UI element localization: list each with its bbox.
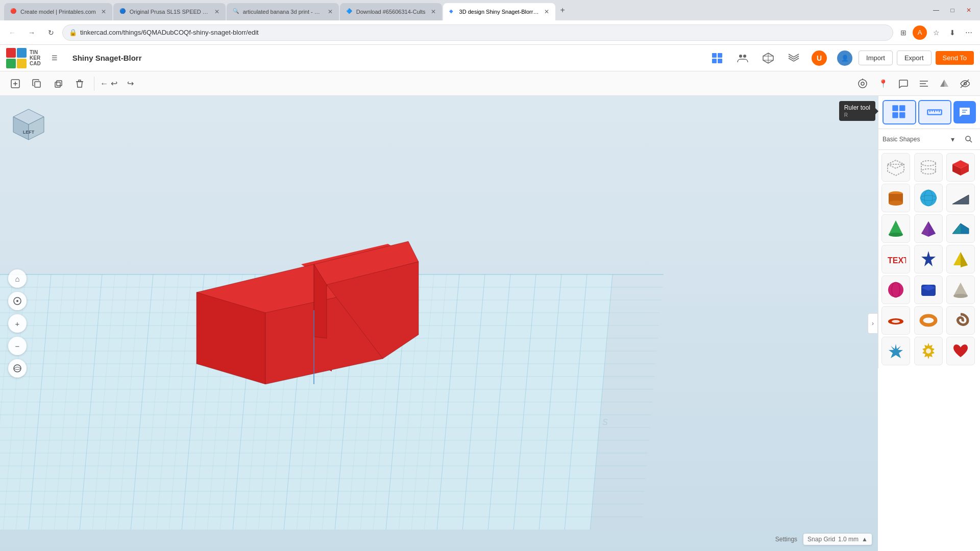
profile-icon[interactable]: A (913, 26, 927, 40)
maximize-button[interactable]: □ (945, 3, 960, 17)
tab-title-2: Original Prusa SL1S SPEED | Orig... (130, 9, 209, 15)
new-tab-button[interactable]: + (556, 4, 569, 17)
chat-icon[interactable] (894, 74, 913, 93)
category-dropdown-button[interactable]: ▾ (945, 132, 960, 146)
zoom-out-button[interactable]: − (8, 337, 27, 355)
svg-rect-115 (899, 105, 905, 111)
zoom-in-button[interactable]: + (8, 314, 27, 333)
shape-star-blue[interactable] (914, 245, 943, 273)
close-button[interactable]: ✕ (962, 3, 976, 17)
downloads-icon[interactable]: ⬇ (945, 26, 960, 40)
snap-grid-value[interactable]: 1.0 mm (838, 536, 859, 543)
browser-tab-3[interactable]: 🔍 articulated banana 3d print - Go... ✕ (227, 3, 339, 20)
browser-tab-2[interactable]: 🔵 Original Prusa SL1S SPEED | Orig... ✕ (113, 3, 226, 20)
shape-hole-cylinder[interactable] (914, 153, 943, 182)
svg-point-157 (888, 282, 903, 297)
shape-sphere-magenta[interactable] (881, 276, 910, 304)
main-area: S (0, 96, 980, 551)
browser-tab-5[interactable]: ◆ 3D design Shiny Snaget-Blorr | T... ✕ (443, 3, 555, 20)
shape-knot-brown[interactable] (946, 306, 975, 335)
new-design-button[interactable] (6, 74, 24, 93)
notes-button[interactable] (953, 101, 976, 123)
shape-torus-orange[interactable] (914, 306, 943, 335)
svg-point-5 (743, 55, 746, 58)
extensions-icon[interactable]: ⊞ (896, 26, 911, 40)
search-shapes-button[interactable] (962, 132, 976, 146)
sidebar-collapse-button[interactable]: › (868, 313, 878, 334)
3d-viewport[interactable]: S (0, 96, 878, 551)
tab-favicon-4: 🔷 (346, 8, 353, 15)
shape-wedge-gray[interactable] (946, 184, 975, 212)
minimize-button[interactable]: — (929, 3, 943, 17)
shape-rounded-box-blue[interactable] (914, 276, 943, 304)
shapes-grid-tool-button[interactable] (883, 100, 916, 124)
tab-close-4[interactable]: ✕ (431, 8, 436, 15)
shape-pyramid-yellow[interactable] (946, 245, 975, 273)
svg-point-14 (859, 80, 867, 88)
address-box[interactable]: 🔒 tinkercad.com/things/6QMADubCOQf-shiny… (62, 24, 893, 41)
shape-cone-green[interactable] (881, 214, 910, 243)
shape-ring-flat[interactable] (881, 306, 910, 335)
shape-heart[interactable] (946, 337, 975, 365)
mirror-icon[interactable] (935, 74, 953, 93)
import-button[interactable]: Import (859, 51, 893, 65)
orbit-button[interactable] (8, 359, 27, 378)
menu-icon[interactable]: ☰ (45, 48, 64, 68)
shape-cylinder[interactable] (881, 184, 910, 212)
layers-icon[interactable] (784, 48, 803, 68)
browser-tab-4[interactable]: 🔷 Download #65606314-Cults ✕ (340, 3, 442, 20)
notes-icon (959, 106, 971, 118)
tab-close-1[interactable]: ✕ (101, 8, 106, 15)
back-button[interactable]: ← (4, 24, 20, 41)
shape-hole-box[interactable] (881, 153, 910, 182)
send-to-button[interactable]: Send To (936, 51, 974, 65)
shape-cone-white[interactable] (946, 276, 975, 304)
delete-button[interactable] (70, 74, 89, 93)
svg-text:TEXT: TEXT (888, 256, 906, 265)
export-button[interactable]: Export (897, 51, 932, 65)
snap-grid-chevron[interactable]: ▲ (862, 536, 868, 543)
shape-sea-star[interactable] (881, 337, 910, 365)
undo-button[interactable]: ← ↩ (100, 74, 118, 93)
shape-pyramid-purple[interactable] (914, 214, 943, 243)
browser-tab-1[interactable]: 🔴 Create model | Printables.com ✕ (4, 3, 112, 20)
svg-marker-149 (921, 221, 928, 237)
logo-text: TINKERCAD (30, 49, 41, 66)
avatar-icon[interactable]: 👤 (835, 48, 854, 68)
hide-icon[interactable] (955, 74, 974, 93)
refresh-button[interactable]: ↻ (43, 24, 59, 41)
shape-sphere[interactable] (914, 184, 943, 212)
view-cube[interactable]: LEFT (8, 104, 49, 145)
settings-dots-icon[interactable]: ⋯ (962, 26, 976, 40)
align-icon[interactable] (915, 74, 933, 93)
duplicate-button[interactable] (49, 74, 67, 93)
collaborate-icon[interactable] (733, 48, 752, 68)
home-view-button[interactable]: ⌂ (8, 269, 27, 288)
tab-close-2[interactable]: ✕ (214, 8, 219, 15)
camera-icon[interactable] (853, 74, 872, 93)
fit-view-button[interactable] (8, 292, 27, 310)
ruler-tool-button[interactable] (918, 100, 952, 124)
shape-text[interactable]: TEXT (881, 245, 910, 273)
tab-favicon-2: 🔵 (119, 8, 127, 15)
bookmark-icon[interactable]: ☆ (929, 26, 943, 40)
redo-button[interactable]: ↪ (121, 74, 139, 93)
settings-label[interactable]: Settings (775, 536, 797, 543)
pin-icon[interactable]: 📍 (874, 74, 892, 93)
3d-view-icon[interactable] (758, 48, 778, 68)
svg-rect-12 (55, 82, 60, 87)
copy-button[interactable] (28, 74, 46, 93)
svg-rect-2 (712, 59, 717, 63)
grid-view-icon[interactable] (707, 48, 727, 68)
svg-point-165 (921, 316, 936, 325)
tab-close-3[interactable]: ✕ (328, 8, 333, 15)
shape-gear[interactable] (914, 337, 943, 365)
svg-rect-11 (35, 82, 40, 87)
tab-close-5[interactable]: ✕ (544, 8, 549, 15)
svg-rect-3 (718, 59, 722, 63)
user-profile-icon[interactable]: U (810, 48, 829, 68)
shape-prism-teal[interactable] (946, 214, 975, 243)
view-cube-svg: LEFT (8, 104, 49, 145)
shape-red-box[interactable] (946, 153, 975, 182)
forward-button[interactable]: → (23, 24, 40, 41)
